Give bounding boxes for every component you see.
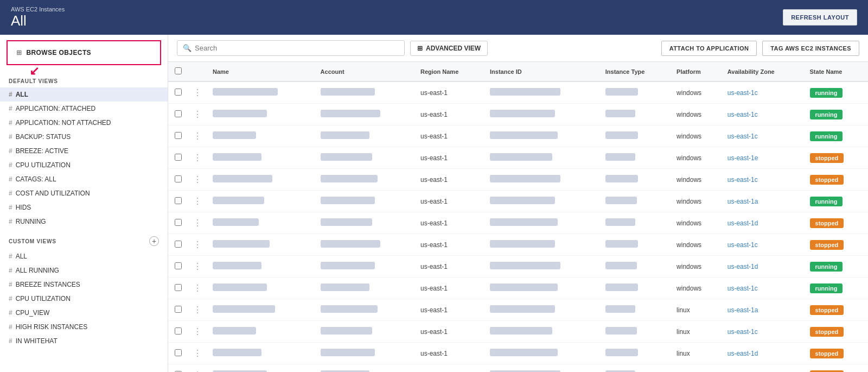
az-link[interactable]: us-east-1e <box>727 154 758 162</box>
az-link[interactable]: us-east-1c <box>727 328 758 336</box>
hash-icon: # <box>9 105 12 112</box>
instance-type-col-header: Instance Type <box>600 62 671 81</box>
az-link[interactable]: us-east-1c <box>727 89 758 97</box>
sidebar-item-label: COST AND UTILIZATION <box>16 190 90 197</box>
table-row: ⋮ us-east-1 linux us-east-1d stopped <box>168 343 868 364</box>
row-checkbox-1[interactable] <box>175 110 182 117</box>
row-checkbox-6[interactable] <box>175 219 182 226</box>
account-value <box>321 175 378 182</box>
row-menu-button[interactable]: ⋮ <box>193 175 202 184</box>
sidebar-custom-item-3[interactable]: #CPU UTILIZATION <box>0 292 168 306</box>
row-menu-cell: ⋮ <box>188 321 207 343</box>
state-badge: running <box>810 262 843 272</box>
sidebar-custom-item-4[interactable]: #CPU_VIEW <box>0 306 168 320</box>
row-checkbox-11[interactable] <box>175 327 182 335</box>
platform-cell: windows <box>671 104 722 125</box>
az-cell: us-east-1c <box>722 125 805 147</box>
account-cell <box>315 234 415 256</box>
row-menu-button[interactable]: ⋮ <box>193 131 202 141</box>
sidebar-default-item-2[interactable]: #APPLICATION: NOT ATTACHED <box>0 116 168 130</box>
sidebar-default-item-0[interactable]: #ALL <box>0 87 168 102</box>
sidebar-custom-item-0[interactable]: #ALL <box>0 249 168 263</box>
instance-id-value <box>490 110 555 117</box>
name-cell <box>207 104 315 125</box>
table-row: ⋮ us-east-1 windows us-east-1c stopped <box>168 234 868 256</box>
row-menu-button[interactable]: ⋮ <box>193 197 202 206</box>
hash-icon: # <box>9 91 12 98</box>
row-checkbox-12[interactable] <box>175 349 182 356</box>
az-link[interactable]: us-east-1c <box>727 111 758 118</box>
az-link[interactable]: us-east-1c <box>727 285 758 292</box>
az-link[interactable]: us-east-1d <box>727 350 758 357</box>
sidebar-default-item-9[interactable]: #RUNNING <box>0 215 168 229</box>
az-link[interactable]: us-east-1c <box>727 133 758 140</box>
instance-id-value <box>490 153 552 161</box>
az-link[interactable]: us-east-1c <box>727 241 758 249</box>
az-link[interactable]: us-east-1d <box>727 219 758 227</box>
row-checkbox-9[interactable] <box>175 284 182 291</box>
sidebar-custom-item-5[interactable]: #HIGH RISK INSTANCES <box>0 320 168 334</box>
row-menu-button[interactable]: ⋮ <box>193 305 202 314</box>
refresh-layout-button[interactable]: REFRESH LAYOUT <box>783 9 857 26</box>
az-cell: us-east-1d <box>722 212 805 234</box>
row-checkbox-0[interactable] <box>175 89 182 96</box>
row-menu-button[interactable]: ⋮ <box>193 240 202 249</box>
sidebar-default-item-4[interactable]: #BREEZE: ACTIVE <box>0 144 168 158</box>
sidebar-default-item-1[interactable]: #APPLICATION: ATTACHED <box>0 102 168 116</box>
row-menu-button[interactable]: ⋮ <box>193 110 202 119</box>
sidebar-default-item-5[interactable]: #CPU UTILIZATION <box>0 158 168 172</box>
name-cell <box>207 256 315 278</box>
hash-icon: # <box>9 147 12 155</box>
sidebar-default-item-8[interactable]: #HIDS <box>0 200 168 215</box>
row-checkbox-5[interactable] <box>175 197 182 204</box>
sidebar-item-label: HIDS <box>16 204 31 211</box>
row-checkbox-cell <box>168 147 188 169</box>
name-cell <box>207 321 315 343</box>
az-link[interactable]: us-east-1d <box>727 263 758 270</box>
sidebar-default-item-7[interactable]: #COST AND UTILIZATION <box>0 186 168 200</box>
name-value <box>213 305 275 313</box>
row-checkbox-4[interactable] <box>175 175 182 182</box>
tag-ec2-instances-button[interactable]: TAG AWS EC2 INSTANCES <box>762 41 859 56</box>
sidebar-custom-item-6[interactable]: #IN WHITEHAT <box>0 334 168 348</box>
search-input[interactable] <box>195 44 399 52</box>
state-cell: stopped <box>805 212 868 234</box>
row-menu-button[interactable]: ⋮ <box>193 349 202 358</box>
account-value <box>321 153 372 161</box>
az-link[interactable]: us-east-1a <box>727 306 758 314</box>
sidebar-item-label: CPU UTILIZATION <box>16 295 71 302</box>
state-badge: stopped <box>810 370 844 373</box>
row-menu-button[interactable]: ⋮ <box>193 88 202 97</box>
row-checkbox-3[interactable] <box>175 154 182 161</box>
sidebar-default-item-6[interactable]: #CATAGS: ALL <box>0 172 168 186</box>
advanced-view-button[interactable]: ⊞ ADVANCED VIEW <box>410 41 488 56</box>
row-menu-button[interactable]: ⋮ <box>193 218 202 228</box>
sidebar-custom-item-1[interactable]: #ALL RUNNING <box>0 263 168 278</box>
select-all-checkbox[interactable] <box>175 67 182 74</box>
row-menu-cell: ⋮ <box>188 125 207 147</box>
az-link[interactable]: us-east-1c <box>727 176 758 184</box>
az-cell: us-east-1c <box>722 234 805 256</box>
sidebar-default-item-3[interactable]: #BACKUP: STATUS <box>0 130 168 144</box>
platform-cell: windows <box>671 234 722 256</box>
row-menu-button[interactable]: ⋮ <box>193 153 202 162</box>
az-col-header: Availability Zone <box>722 62 805 81</box>
attach-to-application-button[interactable]: ATTACH TO APPLICATION <box>661 41 757 56</box>
platform-cell: linux <box>671 299 722 321</box>
browse-objects-button[interactable]: ⊞ BROWSE OBJECTS ↙ <box>7 40 161 65</box>
az-link[interactable]: us-east-1a <box>727 198 758 205</box>
row-checkbox-8[interactable] <box>175 262 182 269</box>
row-checkbox-7[interactable] <box>175 241 182 248</box>
instance-type-value <box>605 349 638 356</box>
instance-id-value <box>490 240 555 248</box>
row-menu-button[interactable]: ⋮ <box>193 262 202 271</box>
row-menu-button[interactable]: ⋮ <box>193 283 202 293</box>
name-cell <box>207 169 315 191</box>
add-custom-view-button[interactable]: + <box>149 236 159 246</box>
name-cell <box>207 234 315 256</box>
sidebar-custom-item-2[interactable]: #BREEZE INSTANCES <box>0 278 168 292</box>
row-checkbox-2[interactable] <box>175 132 182 139</box>
instance-type-cell <box>600 278 671 299</box>
row-menu-button[interactable]: ⋮ <box>193 327 202 336</box>
row-checkbox-10[interactable] <box>175 306 182 313</box>
